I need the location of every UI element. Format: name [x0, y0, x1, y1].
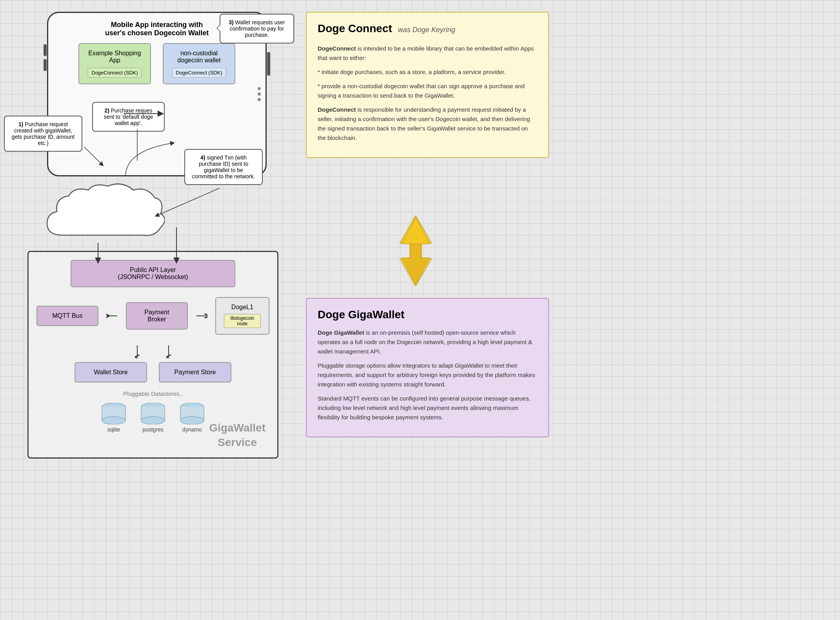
panel-bottom-body: Doge GigaWallet is an on-premisis (self … [318, 328, 537, 422]
panel-top-body: DogeConnect is intended to be a mobile l… [318, 44, 537, 143]
dogel1-box: DogeL1 libdogecoin node [215, 297, 269, 335]
postgres-cylinder-icon [139, 403, 167, 424]
phone-inner: Example Shopping App DogeConnect (SDK) n… [60, 43, 254, 84]
wallet-store-box: Wallet Store [75, 362, 147, 383]
info-panel-bottom: Doge GigaWallet Doge GigaWallet is an on… [306, 298, 549, 437]
arrow-left-icon [106, 312, 118, 320]
gigawallet-label-line2: Service [218, 436, 257, 448]
public-api-label: Public API Layer(JSONRPC / Websocket) [77, 266, 229, 281]
public-api-box: Public API Layer(JSONRPC / Websocket) [71, 260, 235, 287]
postgres-datastore: postgres [139, 403, 167, 433]
phone-dots [258, 87, 261, 101]
app-box: Example Shopping App DogeConnect (SDK) [78, 43, 151, 84]
wallet-sdk-label: DogeConnect (SDK) [172, 68, 226, 78]
sqlite-datastore: sqlite [100, 403, 127, 433]
payment-store-box: Payment Store [159, 362, 231, 383]
panel-top-title: Doge Connect [318, 22, 392, 35]
cloud-shape [39, 180, 165, 243]
libdogecoin-label: libdogecoin node [224, 314, 261, 328]
bubble-1: 1) Purchase request created with gigaWal… [4, 116, 82, 152]
bubble-3: 3) Wallet requests user confirmation to … [220, 14, 294, 44]
dynamo-label: dynamo [182, 426, 202, 433]
pluggable-label: Pluggable Datastores.. [36, 390, 269, 397]
bubble-2: 2) Purchase reques sent to 'default doge… [92, 102, 165, 132]
phone-buttons-left [44, 44, 47, 71]
wallet-box-title: non-custodialdogecoin wallet [171, 50, 227, 64]
panel-bottom-title: Doge GigaWallet [318, 308, 537, 321]
double-arrow [392, 216, 439, 286]
svg-point-6 [102, 417, 125, 424]
phone-button-2 [44, 59, 47, 71]
phone-button-right [267, 52, 270, 76]
dynamo-datastore: dynamo [178, 403, 206, 433]
wallet-box: non-custodialdogecoin wallet DogeConnect… [163, 43, 235, 84]
payment-broker-label: Payment Broker [135, 309, 179, 323]
mqtt-bus-box: MQTT Bus [36, 306, 98, 326]
wallet-store-label: Wallet Store [85, 369, 136, 376]
phone-dot-2 [258, 92, 261, 96]
gigawallet-label-line1: GigaWallet [209, 422, 265, 434]
diagram-area: Mobile App interacting withuser's chosen… [8, 8, 290, 611]
svg-line-23 [157, 188, 220, 216]
postgres-label: postgres [142, 426, 164, 433]
dynamo-cylinder-icon [178, 403, 206, 424]
svg-marker-29 [402, 244, 429, 284]
bottom-row: Wallet Store Payment Store [36, 362, 269, 383]
payment-broker-box: Payment Broker [126, 302, 188, 330]
arrow-right-icon [196, 312, 207, 320]
middle-row: MQTT Bus Payment Broker DogeL1 [36, 297, 269, 335]
gigawallet-service-label: GigaWallet Service [209, 421, 265, 450]
dogel1-label: DogeL1 [224, 304, 261, 311]
info-panel-top: Doge Connect was Doge Keyring DogeConnec… [306, 12, 549, 158]
phone-dot-1 [258, 87, 261, 90]
down-arrows-icon [122, 344, 184, 358]
app-box-title: Example Shopping App [87, 50, 142, 64]
bubble-4: 4) signed Txn (with purchase ID) sent to… [184, 149, 263, 185]
payment-store-label: Payment Store [169, 369, 221, 376]
mqtt-bus-label: MQTT Bus [45, 312, 90, 319]
svg-point-11 [141, 417, 165, 424]
phone-button-1 [44, 44, 47, 56]
panel-top-subtitle: was Doge Keyring [398, 26, 455, 34]
gigawallet-service-box: Public API Layer(JSONRPC / Websocket) MQ… [27, 251, 278, 459]
sqlite-label: sqlite [107, 426, 120, 433]
sqlite-cylinder-icon [100, 403, 127, 424]
svg-point-16 [180, 417, 204, 424]
phone-dot-3 [258, 98, 261, 101]
app-sdk-label: DogeConnect (SDK) [88, 68, 142, 78]
